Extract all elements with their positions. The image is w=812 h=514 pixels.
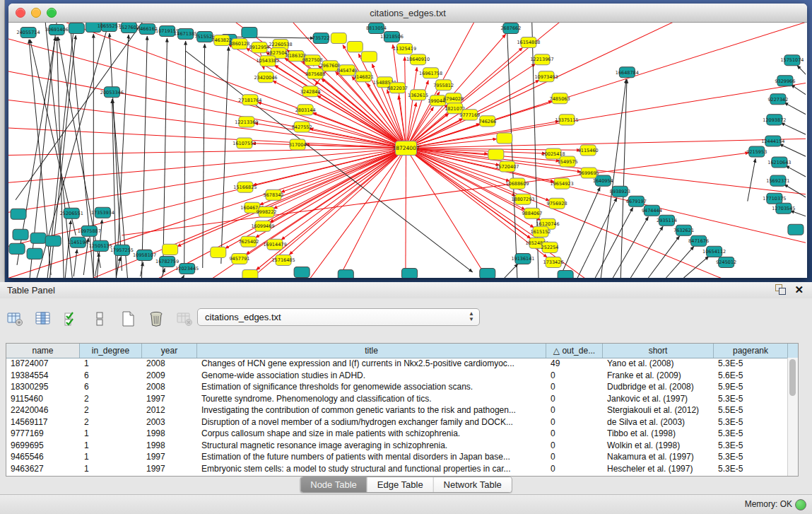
graph-node[interactable]: 16210643 — [767, 157, 791, 168]
float-panel-icon[interactable] — [775, 284, 786, 295]
graph-node[interactable]: 10654112 — [702, 246, 726, 257]
graph-node[interactable]: 9998222 — [256, 206, 276, 217]
graph-node[interactable]: 1615152 — [531, 226, 551, 237]
tab-node-table[interactable]: Node Table — [300, 477, 367, 492]
table-row[interactable]: 1456911722003Disruption of a novel membe… — [6, 416, 788, 428]
table-cell[interactable]: Genome-wide association studies in ADHD. — [197, 370, 546, 380]
red-edge[interactable] — [406, 23, 806, 148]
table-row[interactable]: 946554611997Estimation of the future num… — [6, 451, 788, 463]
table-cell[interactable]: 2 — [80, 405, 142, 415]
table-selector-dropdown[interactable]: citations_edges.txt ▲▼ — [197, 308, 480, 326]
table-cell[interactable]: 9463627 — [6, 464, 80, 474]
table-cell[interactable]: 0 — [546, 370, 603, 380]
table-cell[interactable]: Hescheler et al. (1997) — [603, 464, 714, 474]
table-cell[interactable]: Yano et al. (2008) — [603, 358, 714, 368]
black-edge[interactable] — [142, 36, 148, 278]
graph-node[interactable]: 27181764 — [238, 95, 261, 105]
zoom-window-icon[interactable] — [47, 8, 57, 18]
table-cell[interactable]: Franke et al. (2009) — [603, 370, 714, 380]
graph-node[interactable]: 20053346 — [100, 87, 124, 98]
table-cell[interactable]: Structural magnetic resonance image aver… — [197, 440, 546, 450]
graph-node[interactable]: 7485063 — [550, 93, 570, 104]
black-edge[interactable] — [684, 256, 710, 278]
graph-node[interactable]: 11325419 — [393, 44, 416, 54]
black-edge[interactable] — [577, 198, 617, 278]
table-header-row[interactable]: namein_degreeyeartitle△ out_de...shortpa… — [6, 344, 798, 358]
graph-node[interactable]: 6679197 — [626, 196, 647, 206]
red-edge[interactable] — [406, 148, 806, 263]
selection-mode-icon[interactable] — [62, 310, 81, 328]
table-cell[interactable]: 14569117 — [6, 417, 80, 427]
table-cell[interactable]: Stergiakouli et al. (2012) — [603, 405, 714, 415]
table-cell[interactable]: 0 — [546, 428, 603, 438]
graph-node[interactable]: 2803144 — [295, 105, 316, 115]
table-cell[interactable]: 6 — [80, 370, 142, 380]
table-cell[interactable]: 19384554 — [6, 370, 80, 380]
graph-node[interactable]: 6466162 — [137, 24, 158, 35]
table-cell[interactable]: 1998 — [142, 428, 197, 438]
table-cell[interactable]: Investigating the contribution of common… — [197, 405, 546, 415]
red-edge[interactable] — [177, 148, 406, 246]
graph-node[interactable]: 7625402 — [238, 236, 259, 247]
table-cell[interactable]: Estimation of the future numbers of pati… — [197, 452, 546, 462]
table-row[interactable]: 2242004622012Investigating the contribut… — [6, 404, 788, 416]
red-edge[interactable] — [8, 148, 406, 192]
graph-node[interactable]: 25206551 — [60, 208, 83, 218]
graph-node[interactable]: 9457791 — [229, 253, 249, 264]
red-edge[interactable] — [257, 103, 406, 148]
graph-node[interactable]: 5678342 — [264, 189, 284, 200]
red-edge[interactable] — [406, 65, 806, 148]
graph-node[interactable] — [242, 28, 257, 38]
graph-node[interactable]: 6822037 — [387, 83, 408, 93]
graph-node[interactable] — [27, 248, 42, 259]
graph-node[interactable]: 12703545 — [772, 203, 795, 214]
table-cell[interactable]: Tourette syndrome. Phenomenology and cla… — [197, 394, 546, 404]
tab-network-table[interactable]: Network Table — [434, 477, 512, 492]
table-cell[interactable]: 5.3E-5 — [714, 452, 788, 462]
red-edge[interactable] — [406, 148, 681, 278]
table-cell[interactable]: 0 — [546, 394, 603, 404]
graph-node[interactable]: 9756928 — [547, 198, 567, 209]
graph-node[interactable]: 3242844 — [300, 86, 321, 97]
show-columns-icon[interactable] — [34, 310, 52, 328]
network-graph[interactable]: 1872400724055714306914061065525715276026… — [8, 23, 806, 278]
graph-node[interactable]: 19136141 — [511, 253, 534, 264]
table-cell[interactable]: 1 — [80, 358, 142, 368]
black-edge[interactable] — [186, 51, 473, 272]
black-edge[interactable] — [613, 216, 648, 278]
graph-node[interactable] — [331, 33, 346, 44]
black-edge[interactable] — [784, 185, 806, 199]
graph-node[interactable]: 17710375 — [763, 193, 786, 204]
table-cell[interactable]: Jankovic et al. (1997) — [603, 394, 714, 404]
black-edge[interactable] — [65, 221, 71, 278]
new-column-icon[interactable] — [119, 310, 137, 328]
red-edge[interactable] — [406, 23, 504, 148]
red-edge[interactable] — [405, 148, 406, 278]
table-row[interactable]: 969969511998Structural magnetic resonanc… — [6, 440, 788, 452]
window-titlebar[interactable]: citations_edges.txt — [8, 4, 807, 23]
red-edge[interactable] — [8, 148, 406, 157]
table-cell[interactable]: 2003 — [142, 417, 197, 427]
table-cell[interactable]: 5.6E-5 — [714, 370, 788, 380]
black-edge[interactable] — [620, 79, 627, 278]
black-edge[interactable] — [116, 35, 129, 278]
table-cell[interactable]: de Silva et al. (2003) — [603, 417, 714, 427]
table-options-icon[interactable] — [6, 310, 24, 328]
table-cell[interactable]: 1997 — [142, 394, 197, 404]
row-height-icon[interactable] — [90, 310, 109, 328]
table-cell[interactable]: Tibbo et al. (1998) — [603, 428, 714, 438]
table-cell[interactable]: 18724007 — [6, 358, 80, 368]
table-cell[interactable]: 1 — [80, 464, 142, 474]
graph-node[interactable] — [294, 267, 310, 277]
black-edge[interactable] — [203, 44, 205, 268]
red-edge[interactable] — [8, 86, 406, 148]
black-edge[interactable] — [183, 275, 184, 278]
table-cell[interactable]: 22420046 — [6, 405, 80, 415]
table-cell[interactable]: 5.3E-5 — [714, 464, 788, 474]
graph-node[interactable]: 9699695 — [579, 168, 599, 178]
column-header-pagerank[interactable]: pagerank — [714, 344, 788, 358]
graph-node[interactable]: 16099469 — [251, 221, 274, 231]
graph-node[interactable]: 3875685 — [305, 69, 326, 79]
graph-node[interactable]: 16782759 — [155, 256, 179, 267]
black-edge[interactable] — [163, 38, 167, 275]
